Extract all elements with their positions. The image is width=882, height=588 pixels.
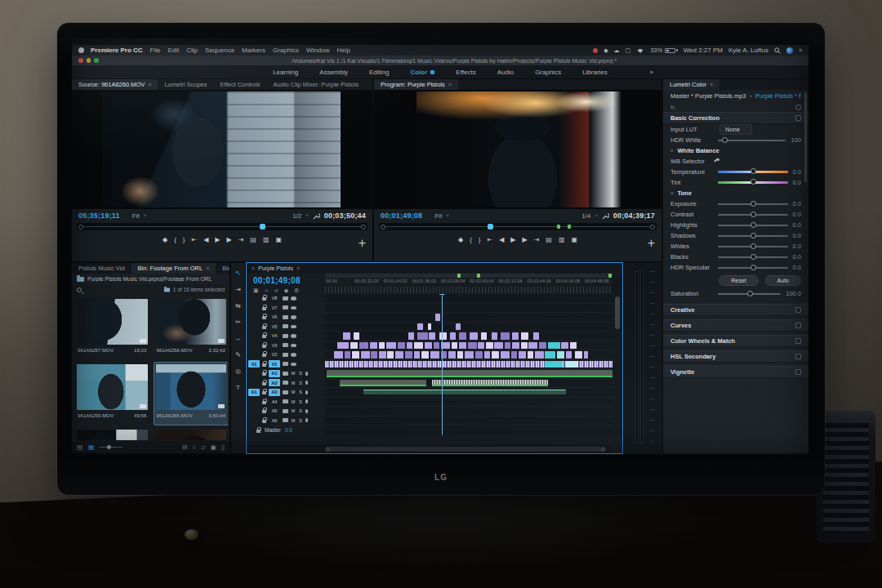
timeline-clip[interactable]	[478, 342, 483, 350]
track-target-toggle[interactable]: V2	[269, 351, 280, 359]
tint-value[interactable]: 0.0	[793, 179, 801, 186]
lock-icon[interactable]	[262, 382, 266, 385]
track-header-v2[interactable]: V2	[247, 350, 325, 360]
timeline-clip[interactable]	[557, 351, 564, 359]
work-area-bar[interactable]	[325, 274, 612, 278]
play-icon[interactable]: ▶	[510, 237, 515, 243]
lock-icon[interactable]	[262, 363, 266, 367]
linked-selection-icon[interactable]: ∞	[274, 287, 278, 294]
eyedropper-icon[interactable]	[713, 158, 719, 165]
track-target-toggle[interactable]: A3	[269, 389, 280, 396]
solo-button[interactable]: S	[298, 390, 303, 394]
project-tab-bin-drone-foo[interactable]: Bin: Drone Foo	[216, 263, 229, 274]
scrollbar-handle[interactable]	[325, 447, 606, 452]
apple-menu-icon[interactable]	[78, 47, 84, 53]
source-patch[interactable]: V1	[248, 360, 260, 368]
track-header-v4[interactable]: V4	[247, 332, 325, 341]
go-to-in-icon[interactable]: ⇤	[191, 237, 197, 243]
zoom-window-button[interactable]	[94, 58, 99, 63]
panel-menu-icon[interactable]: ≡	[296, 265, 300, 271]
track-target-toggle[interactable]: V5	[269, 323, 280, 330]
project-item-961a6258-mov[interactable]: 961A6258.MOV3;32;42	[154, 297, 229, 359]
blacks-slider[interactable]	[718, 256, 788, 258]
new-item-icon[interactable]: ▣	[211, 443, 216, 451]
step-back-icon[interactable]: ◀	[203, 237, 208, 243]
timeline-clip[interactable]	[430, 351, 439, 359]
source-playhead-handle[interactable]	[260, 224, 265, 229]
timeline-clip[interactable]	[528, 342, 537, 350]
track-header-v1[interactable]: V1V1	[247, 360, 325, 370]
timeline-clip[interactable]	[521, 342, 527, 350]
timeline-marker[interactable]	[608, 274, 612, 278]
track-target-toggle[interactable]: V3	[269, 341, 280, 349]
timeline-clip[interactable]	[501, 351, 510, 359]
timeline-clip[interactable]	[492, 351, 499, 359]
toggle-track-visibility-icon[interactable]	[291, 344, 296, 348]
spotlight-search-icon[interactable]	[774, 47, 781, 54]
workspace-tab-effects[interactable]: Effects	[456, 69, 475, 76]
toggle-track-visibility-icon[interactable]	[291, 363, 296, 367]
workspace-overflow-icon[interactable]: »	[650, 69, 653, 76]
project-tab-pistols-music-vid[interactable]: Pistols Music Vid	[72, 263, 131, 274]
timeline-clip[interactable]	[519, 351, 526, 359]
section-creative[interactable]: Creative	[663, 304, 808, 316]
timeline-clip[interactable]	[494, 342, 503, 350]
button-editor-plus[interactable]: +	[359, 236, 366, 251]
voiceover-record-icon[interactable]	[305, 418, 308, 422]
workspace-tab-libraries[interactable]: Libraries	[582, 69, 608, 76]
source-playback-resolution[interactable]: 1/2	[292, 212, 301, 220]
timeline-playhead[interactable]	[442, 294, 443, 435]
timeline-clip[interactable]	[407, 342, 412, 350]
notification-center-icon[interactable]: ≡	[799, 47, 802, 53]
export-frame-icon[interactable]: ▣	[571, 237, 577, 243]
track-lane-v6[interactable]	[325, 313, 622, 323]
timeline-clip[interactable]	[408, 332, 414, 340]
scrub-end-handle[interactable]	[361, 225, 366, 229]
timeline-clip[interactable]	[492, 332, 497, 340]
app-menu[interactable]: Premiere Pro CC	[91, 47, 143, 54]
timeline-clip[interactable]	[429, 332, 434, 340]
timeline-clip[interactable]	[405, 351, 412, 359]
timeline-clip[interactable]	[456, 323, 460, 331]
panel-menu-icon[interactable]: ≡	[710, 82, 713, 87]
track-output-icon[interactable]	[283, 296, 288, 301]
workspace-tab-learning[interactable]: Learning	[273, 69, 298, 76]
timeline-clip[interactable]	[379, 342, 385, 350]
track-target-toggle[interactable]: A5	[269, 408, 280, 415]
panel-menu-icon[interactable]: ≡	[206, 265, 209, 271]
track-lane-v5[interactable]	[325, 323, 622, 332]
timeline-clip[interactable]	[548, 342, 560, 350]
timeline-clip[interactable]	[371, 351, 376, 359]
ripple-edit-tool[interactable]: ⇆	[235, 302, 241, 310]
timeline-horizontal-scrollbar[interactable]	[247, 445, 612, 453]
export-frame-icon[interactable]: ▣	[275, 237, 282, 243]
timeline-clip[interactable]	[521, 332, 528, 340]
mute-button[interactable]: M	[291, 390, 296, 394]
track-output-icon[interactable]	[283, 372, 288, 376]
scrub-end-handle[interactable]	[650, 225, 655, 229]
search-icon[interactable]	[77, 287, 82, 292]
close-icon[interactable]: ×	[252, 265, 255, 271]
timeline-clip[interactable]	[470, 332, 479, 340]
section-enabled-checkbox[interactable]	[795, 115, 801, 121]
settings-wrench-icon[interactable]	[313, 212, 320, 220]
timeline-clip[interactable]	[379, 351, 386, 359]
scrub-start-handle[interactable]	[78, 225, 83, 229]
source-patch[interactable]	[248, 351, 260, 359]
track-lane-a4[interactable]	[325, 398, 622, 408]
type-tool[interactable]: T	[236, 384, 240, 391]
close-window-button[interactable]	[78, 58, 83, 63]
lock-icon[interactable]	[262, 326, 266, 329]
cloud-icon[interactable]: ☁	[614, 47, 620, 53]
workspace-tab-assembly[interactable]: Assembly	[319, 69, 348, 76]
track-header-v6[interactable]: V6	[247, 313, 325, 323]
list-view-icon[interactable]: ▤	[77, 443, 82, 451]
program-playhead-handle[interactable]	[488, 224, 493, 229]
lock-icon[interactable]	[262, 410, 266, 413]
menu-graphics[interactable]: Graphics	[273, 47, 299, 54]
slider-handle[interactable]	[751, 265, 756, 270]
mute-button[interactable]: M	[291, 418, 296, 423]
solo-button[interactable]: S	[298, 399, 303, 404]
track-target-toggle[interactable]: A1	[269, 370, 280, 377]
selection-tool[interactable]: ↖	[235, 270, 241, 277]
